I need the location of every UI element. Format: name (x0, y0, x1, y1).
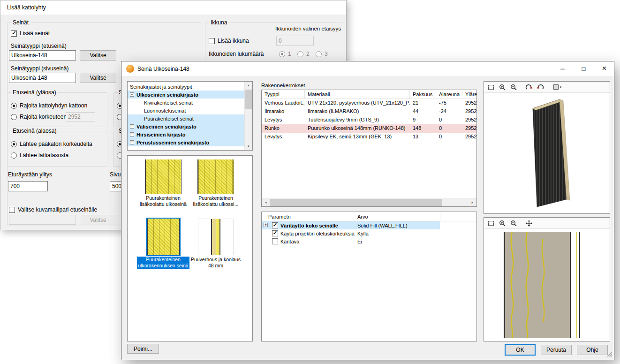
tree-item-foundation-library[interactable]: + Perustusseinien seinäkirjasto (128, 138, 244, 146)
scroll-up-button[interactable]: ▲ (245, 82, 252, 89)
column-header-parametri[interactable]: Parametri (268, 214, 291, 220)
side-wall-select-button[interactable]: Valitse (80, 73, 116, 83)
tree-item-sketch-walls[interactable]: Luonnosteluseinät (128, 106, 244, 114)
radio-label: Rajoita kattolyhdyn kattoon (20, 102, 87, 109)
expand-icon[interactable]: + (130, 124, 134, 129)
rotate-right-icon[interactable] (524, 83, 534, 92)
tree-item-exterior-library[interactable]: − Ulkoseinien seinäkirjasto (128, 91, 244, 99)
scroll-right-button[interactable]: ► (469, 199, 476, 206)
minimize-button[interactable]: ─ (552, 61, 573, 76)
parameters-table: Parametri Arvo + Väritäyttö koko seinäll… (261, 212, 477, 341)
tree-item-log-library[interactable]: + Hirsiseinien kirjasto (128, 130, 244, 138)
layer-row-selected[interactable]: Runko Puurunko ulkoseinä 148mm (RUNKO-14… (262, 124, 476, 133)
tree-item-partition-library[interactable]: + Väliseinien seinäkirjasto (128, 122, 244, 130)
radio-dot (316, 51, 322, 57)
wall-type-item[interactable]: Puurakenteinen lisäkoolattu ulkoseinä (137, 159, 189, 207)
wall-type-item[interactable]: Puuverhous ja koolaus 48 mm (189, 219, 242, 269)
display-options-icon[interactable]: ▼ (551, 83, 564, 92)
layer-row[interactable]: Verhous Laudoit... UTV 21x120, pystyverh… (262, 99, 476, 107)
scrollbar-thumb[interactable] (245, 90, 252, 109)
cell-paksuus: 44 (410, 107, 436, 116)
add-walls-checkbox[interactable]: Lisää seinät (11, 30, 50, 37)
resize-grip-icon[interactable] (607, 351, 612, 358)
collapse-icon[interactable]: − (130, 92, 134, 97)
scroll-left-button[interactable]: ◄ (262, 199, 270, 206)
wall-type-item-selected[interactable]: Puurakenteinen ulkorakennuksen seinä (137, 219, 189, 269)
parameter-checkbox-checked[interactable] (272, 230, 278, 236)
layer-row[interactable]: Levytys Tuulensuojalevy 9mm (GTS_9) 9 0 … (262, 116, 476, 124)
tree-item-root[interactable]: Seinäkirjastot ja seinätyypit (128, 83, 244, 91)
wall-type-label: Puuverhous ja koolaus 48 mm (189, 257, 242, 269)
parameter-row-default-heights[interactable]: Käytä projektin oletuskorkeuksia Kyllä (262, 229, 476, 237)
add-window-checkbox[interactable]: Lisää ikkuna (209, 38, 249, 44)
parameter-value[interactable]: Ei (357, 239, 362, 244)
column-header-tyyppi[interactable]: Tyyppi (262, 90, 305, 99)
rotate-left-icon[interactable] (536, 83, 545, 92)
close-button[interactable]: × (594, 61, 615, 76)
wall-type-label: Puurakenteinen ulkorakennuksen seinä (137, 257, 189, 269)
scrollbar-track[interactable] (270, 199, 469, 206)
start-from-main-roof-radio[interactable]: Lähtee pääkaton korkeudelta (11, 141, 92, 147)
expand-icon[interactable]: + (264, 223, 268, 227)
zoom-out-icon[interactable] (509, 219, 518, 228)
parameter-row-fill[interactable]: + Väritäyttö koko seinälle Solid Fill (W… (262, 221, 476, 229)
front-eaves-input[interactable] (8, 181, 48, 191)
maximize-button[interactable]: □ (573, 61, 594, 76)
parameter-name: Käytä projektin oletuskorkeuksia (280, 231, 355, 236)
cell-tyyppi: Verhous Laudoit... (262, 99, 305, 107)
zoom-window-icon[interactable] (486, 219, 496, 228)
expand-icon[interactable]: + (130, 132, 134, 136)
wall-type-item[interactable]: Puurakenteinen lisäkoolattu ulkosei... (189, 159, 242, 207)
tree-item-timber-walls[interactable]: Puurakenteiset seinät (128, 114, 244, 122)
front-wall-select-button[interactable]: Valitse (80, 50, 116, 61)
column-header-arvo[interactable]: Arvo (357, 214, 368, 220)
zoom-out-icon[interactable] (509, 83, 518, 92)
preview-2d-panel (484, 217, 610, 341)
expand-icon[interactable]: + (130, 140, 134, 144)
layer-row[interactable]: Levytys Kipsilevy EK, seinä 13mm (GEK_13… (262, 133, 476, 141)
limit-to-height-radio[interactable]: Rajoita korkeuteen: (11, 114, 68, 120)
ok-button[interactable]: OK (505, 344, 536, 356)
zoom-in-icon[interactable] (498, 83, 507, 92)
checkbox-box (11, 30, 17, 37)
tree-item-label: Ulkoseinien seinäkirjasto (136, 92, 198, 98)
side-wall-type-input[interactable] (9, 73, 76, 83)
radio-dot (11, 141, 17, 147)
pattern-pair-label: Valitse kuvamallipari etuseinälle (18, 206, 97, 213)
column-header-materiaali[interactable]: Materiaali (305, 90, 410, 99)
dormer-titlebar[interactable]: Lisää kattolyhty (0, 0, 346, 15)
parameter-checkbox-checked[interactable] (272, 222, 278, 228)
column-header-ylareuna[interactable]: Yläreuna (462, 90, 476, 99)
checkbox-box (9, 207, 15, 213)
pattern-pair-checkbox[interactable]: Valitse kuvamallipari etuseinälle (9, 206, 97, 213)
scroll-down-button[interactable]: ▼ (245, 143, 252, 150)
pick-button[interactable]: Poimi... (127, 344, 159, 354)
parameter-value[interactable]: Kyllä (357, 231, 369, 236)
column-divider[interactable] (440, 212, 440, 221)
pan-icon[interactable] (524, 219, 534, 228)
tree-item-masonry-walls[interactable]: Kivirakenteiset seinät (128, 99, 244, 106)
window-spacing-input (276, 36, 314, 46)
start-from-floor-radio[interactable]: Lähtee lattiatasosta (11, 152, 68, 159)
column-header-paksuus[interactable]: Paksuus (410, 90, 436, 99)
parameter-checkbox-unchecked[interactable] (272, 238, 278, 244)
tree-scrollbar[interactable]: ▲ ▼ (244, 82, 252, 150)
limit-to-dormer-roof-radio[interactable]: Rajoita kattolyhdyn kattoon (11, 102, 87, 109)
help-button[interactable]: Ohje (577, 345, 608, 355)
add-window-label: Lisää ikkuna (218, 38, 249, 44)
column-divider[interactable] (354, 212, 354, 221)
parameter-row-loadbearing[interactable]: Kantava Ei (262, 237, 476, 245)
preview-2d-viewport[interactable] (484, 229, 610, 341)
cancel-button[interactable]: Peruuta (541, 345, 572, 355)
parameter-value[interactable]: Solid Fill (WALL.FILL) (357, 223, 408, 228)
layers-hscrollbar[interactable]: ◄ ► (262, 198, 476, 206)
column-header-alareuna[interactable]: Alareuna (436, 90, 462, 99)
window-count-3-radio: 3 (316, 51, 328, 57)
preview-3d-viewport[interactable] (484, 93, 610, 213)
zoom-window-icon[interactable] (486, 83, 496, 92)
layer-row[interactable]: Ilmarako Ilmarako (ILMARAKO) 44 -24 2952 (262, 107, 476, 116)
wall-dialog-titlebar[interactable]: Seinä Ulkoseinä-148 ─ □ × (121, 61, 614, 76)
scrollbar-thumb[interactable] (270, 199, 442, 206)
front-wall-type-input[interactable] (9, 50, 76, 61)
zoom-in-icon[interactable] (498, 219, 507, 228)
